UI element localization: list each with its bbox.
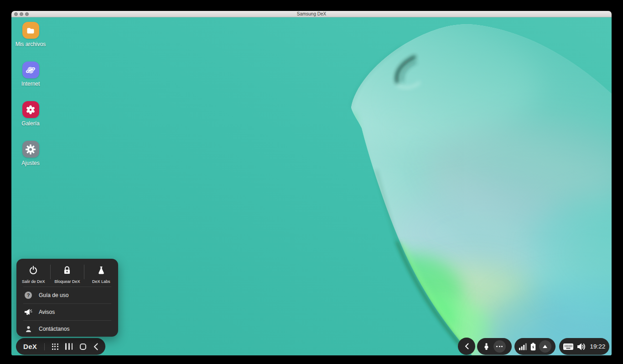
desktop-icon-mis-archivos[interactable]: Mis archivos bbox=[16, 22, 45, 47]
menu-item-guia-de-uso[interactable]: ? Guía de uso bbox=[16, 287, 118, 303]
menu-item-contactanos[interactable]: Contáctanos bbox=[16, 321, 118, 337]
lock-dex-button[interactable]: Bloquear DeX bbox=[50, 259, 84, 287]
window-title: Samsung DeX bbox=[11, 11, 612, 17]
dex-menu-button[interactable]: DeX bbox=[23, 343, 37, 350]
desktop-icon-galeria[interactable]: Galería bbox=[16, 101, 45, 127]
divider bbox=[84, 265, 84, 279]
megaphone-icon bbox=[24, 308, 32, 316]
app-label: Internet bbox=[21, 81, 40, 87]
dex-menu-quick-actions: Salir de DeX Bloquear DeX bbox=[16, 259, 118, 287]
dex-window: Samsung DeX bbox=[11, 11, 612, 356]
chevron-left-icon bbox=[465, 343, 469, 349]
quick-action-label: Bloquear DeX bbox=[54, 279, 80, 284]
power-icon bbox=[28, 265, 38, 277]
tray-collapse-button[interactable] bbox=[458, 338, 475, 355]
exit-dex-button[interactable]: Salir de DeX bbox=[16, 259, 50, 287]
my-files-icon bbox=[22, 22, 39, 39]
recents-icon bbox=[65, 343, 73, 350]
menu-item-label: Contáctanos bbox=[39, 326, 69, 332]
quick-action-label: DeX Labs bbox=[92, 279, 110, 284]
app-label: Galería bbox=[21, 120, 39, 127]
ellipsis-icon bbox=[496, 346, 498, 347]
keyboard-button[interactable] bbox=[563, 338, 573, 355]
keyboard-icon bbox=[563, 343, 573, 350]
taskbar-left-pill: DeX bbox=[16, 338, 105, 355]
accessibility-button[interactable] bbox=[483, 338, 489, 355]
tray-expand-button[interactable] bbox=[539, 340, 551, 353]
signal-status[interactable] bbox=[519, 338, 527, 355]
clock[interactable]: 19:22 bbox=[590, 343, 606, 350]
traffic-lights bbox=[11, 12, 29, 16]
recents-button[interactable] bbox=[65, 338, 73, 355]
back-chevron-icon bbox=[93, 343, 98, 350]
taskbar-clock-pill: 19:22 bbox=[559, 338, 609, 355]
dex-menu-popup: Salir de DeX Bloquear DeX bbox=[16, 259, 118, 337]
flask-icon bbox=[96, 265, 106, 277]
home-button[interactable] bbox=[80, 338, 86, 355]
app-label: Ajustes bbox=[21, 160, 39, 166]
home-icon bbox=[80, 343, 86, 350]
more-options-button[interactable] bbox=[493, 340, 506, 353]
minimize-button[interactable] bbox=[20, 12, 23, 16]
gallery-icon bbox=[22, 101, 39, 118]
samsung-internet-icon bbox=[22, 62, 39, 78]
divider bbox=[44, 343, 45, 350]
settings-icon bbox=[22, 141, 39, 158]
chevron-up-icon bbox=[543, 345, 547, 348]
accessibility-icon bbox=[483, 343, 489, 350]
signal-strength-icon bbox=[519, 343, 527, 350]
menu-item-label: Guía de uso bbox=[39, 292, 68, 298]
desktop-icon-ajustes[interactable]: Ajustes bbox=[16, 141, 45, 166]
taskbar-status-pill bbox=[514, 338, 556, 355]
back-button[interactable] bbox=[93, 338, 98, 355]
battery-charging-icon bbox=[530, 343, 536, 351]
battery-status[interactable] bbox=[530, 338, 536, 355]
taskbar-tools-pill bbox=[477, 338, 512, 355]
volume-button[interactable] bbox=[577, 338, 586, 355]
zoom-button[interactable] bbox=[25, 12, 29, 16]
close-button[interactable] bbox=[14, 12, 18, 16]
lock-icon bbox=[62, 265, 72, 277]
apps-grid-icon bbox=[52, 343, 58, 350]
quick-action-label: Salir de DeX bbox=[22, 279, 45, 284]
desktop-wallpaper: Mis archivos Internet bbox=[11, 17, 612, 355]
person-icon bbox=[24, 325, 32, 333]
menu-item-avisos[interactable]: Avisos bbox=[16, 304, 118, 320]
desktop-icon-internet[interactable]: Internet bbox=[16, 62, 45, 87]
app-label: Mis archivos bbox=[16, 41, 46, 47]
apps-button[interactable] bbox=[52, 338, 58, 355]
dex-labs-button[interactable]: DeX Labs bbox=[84, 259, 118, 287]
divider bbox=[50, 265, 51, 279]
help-icon: ? bbox=[24, 292, 32, 299]
menu-item-label: Avisos bbox=[39, 309, 55, 315]
speaker-icon bbox=[577, 343, 586, 350]
window-titlebar[interactable]: Samsung DeX bbox=[11, 11, 612, 17]
